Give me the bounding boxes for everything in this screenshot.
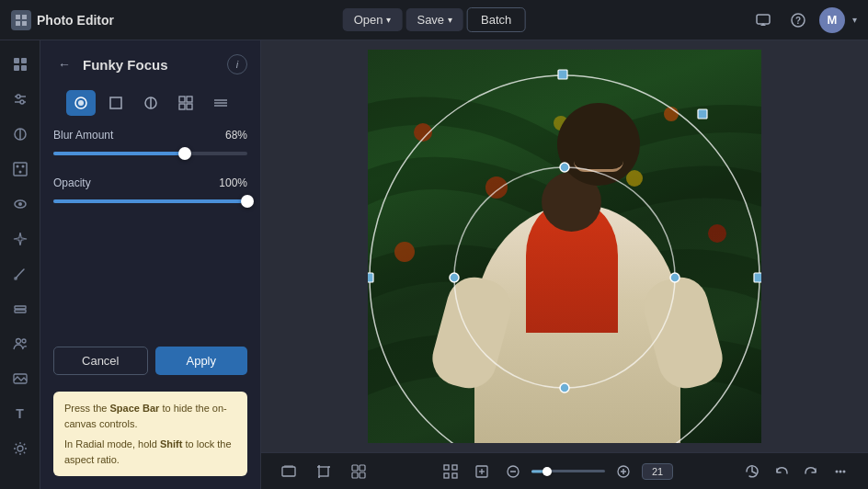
svg-point-23 bbox=[14, 277, 17, 280]
svg-rect-1 bbox=[22, 15, 27, 19]
back-icon: ← bbox=[58, 57, 71, 72]
redo-icon-button[interactable] bbox=[798, 459, 824, 484]
mode-tabs bbox=[40, 86, 260, 129]
help-icon-button[interactable]: ? bbox=[784, 6, 812, 34]
svg-rect-78 bbox=[452, 473, 457, 478]
svg-point-20 bbox=[18, 171, 21, 174]
open-chevron: ▾ bbox=[386, 15, 391, 25]
save-label: Save bbox=[417, 13, 444, 27]
svg-rect-74 bbox=[360, 472, 365, 478]
zoom-slider-track[interactable] bbox=[531, 470, 605, 472]
fit-screen-button[interactable] bbox=[438, 459, 463, 484]
svg-rect-77 bbox=[444, 473, 449, 478]
svg-rect-73 bbox=[352, 472, 358, 478]
cancel-button[interactable]: Cancel bbox=[53, 347, 148, 375]
svg-rect-24 bbox=[15, 306, 26, 309]
iconbar-layers[interactable] bbox=[6, 294, 35, 324]
svg-point-29 bbox=[17, 446, 23, 451]
svg-rect-10 bbox=[21, 65, 27, 71]
zoom-value[interactable]: 21 bbox=[642, 463, 673, 480]
more-icon-button[interactable] bbox=[828, 459, 853, 484]
layers-icon-button[interactable] bbox=[276, 459, 302, 484]
svg-text:?: ? bbox=[795, 16, 801, 26]
iconbar-text[interactable]: T bbox=[6, 399, 35, 428]
svg-rect-75 bbox=[444, 465, 449, 470]
undo-icon-button[interactable] bbox=[769, 459, 794, 484]
svg-point-22 bbox=[18, 202, 22, 206]
svg-rect-76 bbox=[452, 465, 457, 470]
svg-point-26 bbox=[16, 339, 20, 344]
svg-point-42 bbox=[414, 123, 432, 142]
svg-rect-72 bbox=[360, 465, 365, 471]
iconbar-sparkle[interactable] bbox=[6, 224, 35, 254]
avatar[interactable]: M bbox=[819, 7, 845, 33]
svg-rect-25 bbox=[15, 310, 26, 313]
svg-rect-36 bbox=[187, 97, 192, 102]
iconbar-eye[interactable] bbox=[6, 189, 35, 219]
mode-tab-circle[interactable] bbox=[66, 90, 96, 116]
mode-tab-grid[interactable] bbox=[171, 90, 200, 116]
panel: ← Funky Focus i bbox=[40, 40, 261, 489]
zoom-out-button[interactable] bbox=[500, 459, 526, 484]
hint-spacebar-key: Space Bar bbox=[110, 403, 160, 414]
mode-tab-rect[interactable] bbox=[101, 90, 131, 116]
crop-icon-button[interactable] bbox=[311, 459, 337, 484]
blur-label: Blur Amount bbox=[53, 129, 113, 142]
batch-button[interactable]: Batch bbox=[467, 7, 525, 32]
actual-size-button[interactable] bbox=[469, 459, 495, 484]
app-logo: Photo Editor bbox=[11, 10, 114, 30]
opacity-row: Opacity 100% bbox=[53, 176, 247, 208]
person-group bbox=[449, 121, 706, 443]
chat-icon-button[interactable] bbox=[749, 6, 777, 34]
iconbar-filter[interactable] bbox=[6, 154, 35, 184]
zoom-controls: 21 bbox=[438, 459, 673, 484]
zoom-thumb bbox=[542, 467, 552, 476]
hint-line1: Press the Space Bar to hide the on-canva… bbox=[64, 401, 236, 431]
svg-point-46 bbox=[394, 242, 415, 262]
iconbar-image[interactable] bbox=[6, 364, 35, 393]
svg-rect-66 bbox=[319, 467, 328, 476]
svg-rect-9 bbox=[14, 65, 19, 71]
opacity-value: 100% bbox=[219, 176, 247, 189]
main-area: T ← Funky Focus i bbox=[0, 40, 868, 489]
history-icon-button[interactable] bbox=[739, 459, 765, 484]
svg-point-47 bbox=[708, 224, 726, 243]
iconbar-settings[interactable] bbox=[6, 434, 35, 463]
bottom-right-icons bbox=[739, 459, 853, 484]
zoom-in-button[interactable] bbox=[611, 459, 636, 484]
avatar-initial: M bbox=[828, 13, 838, 27]
opacity-label-row: Opacity 100% bbox=[53, 176, 247, 189]
iconbar-people[interactable] bbox=[6, 329, 35, 358]
grid-icon-button[interactable] bbox=[346, 459, 371, 484]
iconbar-halfcircle[interactable] bbox=[6, 119, 35, 149]
iconbar-adjust[interactable] bbox=[6, 85, 35, 114]
mode-tab-half[interactable] bbox=[136, 90, 166, 116]
profile-chevron[interactable]: ▾ bbox=[852, 15, 857, 25]
panel-body: Blur Amount 68% Opacity 100% bbox=[40, 129, 260, 337]
svg-rect-35 bbox=[179, 97, 185, 102]
app-title: Photo Editor bbox=[37, 13, 114, 28]
save-button[interactable]: Save ▾ bbox=[405, 8, 463, 31]
iconbar-home[interactable] bbox=[6, 50, 35, 79]
logo-icon bbox=[11, 10, 31, 30]
topbar-center-actions: Open ▾ Save ▾ Batch bbox=[343, 7, 526, 32]
blur-label-row: Blur Amount 68% bbox=[53, 129, 247, 142]
iconbar-brush[interactable] bbox=[6, 259, 35, 289]
mode-tab-motion[interactable] bbox=[206, 90, 235, 116]
svg-point-14 bbox=[20, 100, 24, 104]
open-button[interactable]: Open ▾ bbox=[343, 8, 403, 31]
svg-point-88 bbox=[839, 470, 842, 472]
canvas-area: 21 bbox=[261, 40, 868, 489]
photo-container bbox=[368, 50, 761, 443]
svg-point-13 bbox=[17, 95, 20, 98]
svg-point-87 bbox=[836, 470, 839, 472]
panel-back-button[interactable]: ← bbox=[53, 53, 75, 75]
svg-rect-0 bbox=[16, 15, 20, 19]
panel-info-button[interactable]: i bbox=[227, 54, 247, 74]
canvas-viewport[interactable] bbox=[261, 40, 868, 452]
hint-line2: In Radial mode, hold Shift to lock the a… bbox=[64, 437, 236, 467]
svg-rect-17 bbox=[14, 163, 27, 176]
apply-button[interactable]: Apply bbox=[155, 347, 248, 375]
svg-rect-7 bbox=[14, 58, 19, 63]
svg-rect-2 bbox=[16, 21, 20, 26]
